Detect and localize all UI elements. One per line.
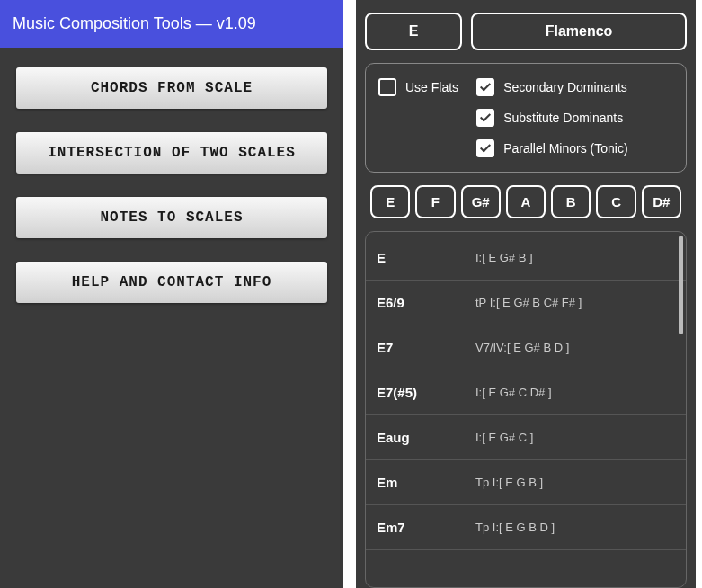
intersection-two-scales-button[interactable]: INTERSECTION OF TWO SCALES — [16, 132, 327, 174]
secondary-dominants-label: Secondary Dominants — [503, 80, 627, 94]
note-button[interactable]: G# — [461, 185, 501, 218]
key-scale-row: E Flamenco — [365, 13, 687, 50]
chord-detail: V7/IV:[ E G# B D ] — [475, 341, 569, 354]
app-title: Music Composition Tools — v1.09 — [13, 14, 256, 32]
options-right-column: Secondary Dominants Substitute Dominants… — [476, 78, 673, 157]
chord-row[interactable]: E6/9 tP I:[ E G# B C# F# ] — [366, 281, 686, 325]
note-button[interactable]: D# — [642, 185, 681, 218]
chords-from-scale-button[interactable]: CHORDS FROM SCALE — [16, 67, 327, 109]
help-contact-button[interactable]: HELP AND CONTACT INFO — [16, 262, 327, 303]
chord-detail: tP I:[ E G# B C# F# ] — [475, 296, 582, 309]
options-left-column: Use Flats — [378, 78, 458, 157]
parallel-minors-checkbox[interactable]: Parallel Minors (Tonic) — [476, 139, 673, 157]
chord-row[interactable]: Em7 Tp I:[ E G B D ] — [366, 505, 686, 550]
chord-name: E — [377, 250, 475, 265]
key-selector-button[interactable]: E — [365, 13, 462, 50]
chord-row[interactable]: Eaug I:[ E G# C ] — [366, 415, 686, 460]
chord-row[interactable]: Em Tp I:[ E G B ] — [366, 460, 686, 505]
chord-detail: I:[ E G# C ] — [475, 431, 533, 444]
scrollbar-indicator — [679, 236, 683, 334]
chord-list-scroll[interactable]: E I:[ E G# B ] E6/9 tP I:[ E G# B C# F# … — [366, 232, 686, 587]
chord-list: E I:[ E G# B ] E6/9 tP I:[ E G# B C# F# … — [365, 231, 687, 588]
note-button[interactable]: B — [551, 185, 591, 218]
substitute-dominants-label: Substitute Dominants — [503, 111, 623, 125]
use-flats-checkbox[interactable]: Use Flats — [378, 78, 458, 96]
app-header: Music Composition Tools — v1.09 — [0, 0, 343, 48]
note-button[interactable]: F — [415, 185, 455, 218]
chord-detail: I:[ E G# B ] — [475, 251, 533, 264]
checkbox-icon — [476, 139, 494, 157]
scale-selector-button[interactable]: Flamenco — [471, 13, 687, 50]
secondary-dominants-checkbox[interactable]: Secondary Dominants — [476, 78, 673, 96]
chord-row[interactable]: E I:[ E G# B ] — [366, 232, 686, 281]
options-panel: Use Flats Secondary Dominants Substitute… — [365, 63, 687, 173]
note-button[interactable]: E — [370, 185, 410, 218]
chord-name: E7(#5) — [377, 385, 475, 400]
chord-name: Em7 — [377, 520, 475, 535]
main-menu: CHORDS FROM SCALE INTERSECTION OF TWO SC… — [0, 48, 343, 323]
parallel-minors-label: Parallel Minors (Tonic) — [503, 141, 627, 156]
chord-row[interactable]: E7 V7/IV:[ E G# B D ] — [366, 325, 686, 370]
chord-detail: Tp I:[ E G B D ] — [475, 521, 555, 534]
chord-detail: I:[ E G# C D# ] — [475, 386, 552, 399]
checkbox-icon — [476, 109, 494, 127]
chord-detail: Tp I:[ E G B ] — [475, 476, 543, 489]
chord-name: Em — [377, 475, 475, 490]
scale-notes-row: E F G# A B C D# — [365, 185, 687, 218]
use-flats-label: Use Flats — [405, 80, 458, 94]
chord-name: E7 — [377, 340, 475, 355]
chord-row[interactable]: E7(#5) I:[ E G# C D# ] — [366, 370, 686, 415]
checkbox-icon — [476, 78, 494, 96]
right-panel: E Flamenco Use Flats Secondary Dominants… — [356, 0, 696, 588]
checkbox-icon — [378, 78, 396, 96]
chord-name: E6/9 — [377, 295, 475, 310]
left-panel: Music Composition Tools — v1.09 CHORDS F… — [0, 0, 343, 588]
chord-name: Eaug — [377, 430, 475, 445]
note-button[interactable]: A — [506, 185, 546, 218]
note-button[interactable]: C — [596, 185, 635, 218]
substitute-dominants-checkbox[interactable]: Substitute Dominants — [476, 109, 673, 127]
notes-to-scales-button[interactable]: NOTES TO SCALES — [16, 197, 327, 238]
